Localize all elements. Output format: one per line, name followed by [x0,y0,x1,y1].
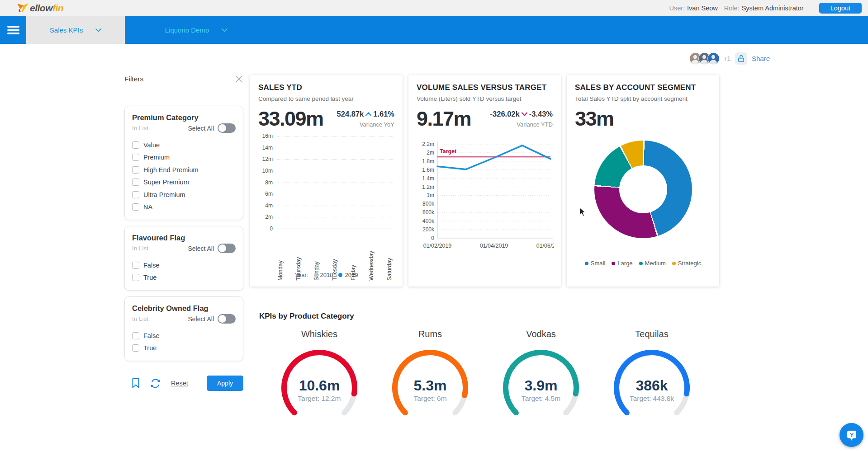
checkbox[interactable] [132,262,139,269]
kpi-section-title: KPIs by Product Category [259,312,354,321]
top-utility-bar: ellowfin User: Ivan Seow Role: System Ad… [0,0,868,16]
yellowfin-logo-icon [16,2,29,14]
select-all-label: Select All [188,245,214,252]
reset-link[interactable]: Reset [171,380,188,387]
share-button[interactable]: Share [752,55,770,62]
delta-value: 524.87k [337,110,364,118]
gauge-target: Target: 443.8k [609,395,695,403]
assistant-fab-button[interactable]: Y [840,423,863,447]
filters-title: Filters [124,75,143,83]
card-subtitle: Total Sales YTD split by account segment [575,95,711,102]
filter-option-label: Super Premium [143,179,189,186]
select-all-label: Select All [188,125,214,132]
gauge-label: Vodkas [498,329,584,339]
filter-option: Super Premium [132,176,236,189]
donut-hole [619,165,667,213]
gauge-rums: Rums 5.3m Target: 6m [387,329,473,431]
hamburger-menu-button[interactable] [0,16,26,44]
delta-value: -326.02k [490,110,520,118]
card-title: VOLUME SALES VERSUS TARGET [417,83,553,92]
gauge-label: Whiskies [276,329,362,339]
checkbox[interactable] [132,166,139,174]
filter-option-label: High End Premium [143,166,199,174]
tab-sales-kpis[interactable]: Sales KPIs [26,16,125,44]
checkbox[interactable] [132,179,139,186]
filter-option: True [132,272,236,284]
unlock-button[interactable] [735,52,747,65]
chevron-up-icon [365,112,371,116]
checkbox[interactable] [132,203,139,211]
svg-text:1.8m: 1.8m [422,158,434,164]
select-all-toggle[interactable] [218,123,236,133]
filter-option: Ultra Premium [132,188,236,201]
delta-percent: 1.61% [373,110,394,118]
checkbox[interactable] [132,344,139,352]
gauge-whiskies: Whiskies 10.6m Target: 12.2m [276,329,362,431]
filter-option: Premium [132,151,236,164]
open-lock-icon [737,54,745,63]
filter-option: High End Premium [132,164,236,176]
svg-text:400k: 400k [422,218,435,224]
tab-liquorio-demo-label: Liquorio Demo [165,26,209,34]
close-icon[interactable] [234,75,243,84]
logo-text: ellowfin [30,3,63,14]
filter-group-celebrity-owned-flag: Celebrity Owned Flag In List Select All … [124,296,243,361]
legend-item: 2018 [314,272,333,278]
metric-value: 9.17m [417,108,471,129]
bar-chart: 02m4m6m8m10m12m14m16m [258,136,394,229]
select-all-toggle[interactable] [218,314,236,324]
card-volume-vs-target: VOLUME SALES VERSUS TARGET Volume (Liter… [408,75,561,287]
user-name: Ivan Seow [687,5,718,12]
y-tick-label: 14m [262,145,273,151]
gauge-target: Target: 12.2m [276,395,362,403]
select-all-toggle[interactable] [218,244,236,253]
filter-option-label: Ultra Premium [143,191,185,198]
checkbox[interactable] [132,332,139,339]
main-navbar: Sales KPIs Liquorio Demo [0,16,868,44]
gauge-value: 386k [609,377,695,394]
apply-button[interactable]: Apply [207,376,243,391]
gauges-row: Whiskies 10.6m Target: 12.2m Rums 5.3m T… [276,329,695,431]
legend-item: 2019 [338,272,358,278]
yellowfin-logo: ellowfin [16,2,63,14]
svg-text:600k: 600k [422,209,435,216]
gauge-label: Tequilas [609,329,695,339]
bookmark-button[interactable] [132,378,140,389]
legend-item: Medium [639,260,666,267]
chevron-down-icon [522,112,527,116]
gauge-label: Rums [387,329,473,339]
yellowfin-assistant-icon: Y [845,429,858,442]
gauge-tequilas: Tequilas 386k Target: 443.8k [609,329,695,431]
svg-text:200k: 200k [422,226,435,233]
card-subtitle: Compared to same period last year [258,95,394,102]
role-name: System Administrator [742,5,804,12]
checkbox[interactable] [132,154,139,161]
metric-value: 33.09m [258,108,323,129]
card-sales-ytd: SALES YTD Compared to same period last y… [250,75,403,287]
refresh-button[interactable] [150,378,161,389]
svg-text:2m: 2m [427,150,434,156]
gauge-value: 3.9m [498,377,584,394]
user-label: User: [669,5,685,12]
filter-option: Value [132,139,236,151]
svg-text:2.2m: 2.2m [422,141,434,147]
refresh-icon [150,378,161,389]
card-title: SALES BY ACCOUNT SEGMENT [575,83,711,92]
variance-label: Variance YoY [337,121,394,128]
filter-operator: In List [132,315,148,322]
filter-group-title: Flavoured Flag [132,234,236,242]
bar-chart-plot [277,136,393,229]
card-account-segment: SALES BY ACCOUNT SEGMENT Total Sales YTD… [567,75,719,287]
checkbox[interactable] [132,141,139,149]
logout-button[interactable]: Logout [819,3,862,14]
checkbox[interactable] [132,191,139,198]
svg-text:1.6m: 1.6m [422,167,434,173]
tab-liquorio-demo[interactable]: Liquorio Demo [144,16,249,44]
y-tick-label: 4m [265,202,273,209]
extra-collaborators-badge[interactable]: +1 [723,55,730,62]
donut-legend: SmallLargeMediumStrategic [567,260,719,267]
checkbox[interactable] [132,274,139,281]
avatar[interactable] [707,52,720,65]
kpi-cards-row: SALES YTD Compared to same period last y… [250,75,719,287]
donut-chart [594,141,692,238]
